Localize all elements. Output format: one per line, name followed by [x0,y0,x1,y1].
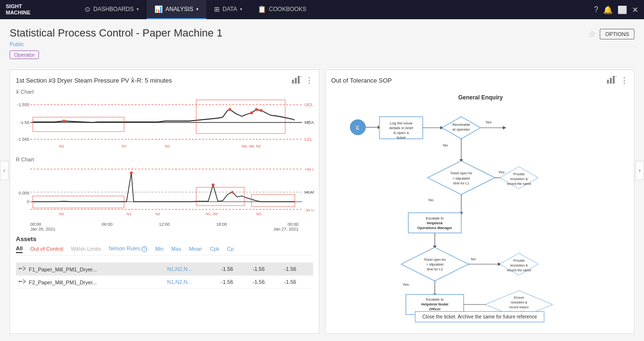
svg-text:0.005: 0.005 [18,191,29,195]
right-nav-arrow[interactable]: › [635,161,644,180]
tab-within-limits[interactable]: Within Limits [71,246,101,253]
max-cell: -1.56 [250,263,281,276]
col-name [16,258,164,263]
tab-min[interactable]: Min [155,246,164,253]
svg-text:resolution &: resolution & [510,264,528,267]
nav-item-data[interactable]: ⊞ DATA ▾ [206,0,250,19]
svg-text:N2: N2 [59,212,64,216]
svg-text:Log the issue: Log the issue [390,121,413,125]
right-panel-chart-icon[interactable]: + [607,76,617,85]
svg-text:LCL: LCL [304,137,313,142]
svg-point-17 [255,108,258,111]
right-panel-actions: + ⋮ [607,76,628,85]
nav-item-analysis[interactable]: 📊 ANALYSIS ▾ [147,0,206,19]
min-cell: -1.56 [218,263,250,276]
svg-text:at operator: at operator [452,127,470,132]
table-row[interactable]: F1_Paper_Mill_PM1_Dryer... N1,N2,N... -1… [16,263,313,276]
star-button[interactable]: ☆ [588,29,596,39]
col-mean [281,258,313,263]
logo: SIGHT MACHINE [0,0,77,19]
nav-item-dashboards[interactable]: ⊙ DASHBOARDS ▾ [77,0,147,19]
svg-point-18 [260,109,263,112]
dashboards-chevron-icon: ▾ [137,7,139,12]
page-content: Statistical Process Control - Paper Mach… [0,19,644,341]
tab-cp[interactable]: Cp [227,246,234,253]
x-axis-start: 00:00 Jan 26, 2021 [30,222,55,231]
tab-out-of-control[interactable]: Out of Control [30,246,63,253]
svg-text:ticket: ticket [396,135,405,140]
page-header: Statistical Process Control - Paper Mach… [10,27,634,65]
col-nelson [164,258,218,263]
nav-right-actions: ? 🔔 ⬜ ✕ [588,5,644,14]
nelson-rules-cell: N1,N2,N... [164,263,218,276]
col-max [250,258,281,263]
help-icon[interactable]: ? [594,5,598,14]
notification-icon[interactable]: 🔔 [603,5,613,14]
left-chevron-icon: ‹ [3,167,5,174]
close-icon[interactable]: ✕ [632,5,638,14]
svg-text:N2: N2 [165,144,170,148]
svg-text:time for L2: time for L2 [427,268,442,271]
svg-text:Yes: Yes [498,170,505,174]
asset-sensor-icon [19,266,27,271]
x-axis-labels: 00:00 Jan 26, 2021 06:00 12:00 18:00 00:… [16,222,313,231]
data-chevron-icon: ▾ [240,7,242,12]
page-title: Statistical Process Control - Paper Mach… [10,27,223,39]
main-content: 1st Section #3 Dryer Steam Pressure PV x… [10,70,634,334]
page-header-left: Statistical Process Control - Paper Mach… [10,27,223,65]
nav-items: ⊙ DASHBOARDS ▾ 📊 ANALYSIS ▾ ⊞ DATA ▾ 📋 C… [77,0,588,19]
dashboards-icon: ⊙ [85,5,90,13]
left-panel-title: 1st Section #3 Dryer Steam Pressure PV x… [16,77,172,84]
svg-text:details in brief: details in brief [389,126,413,130]
left-panel-more-icon[interactable]: ⋮ [305,76,313,85]
analysis-chevron-icon: ▾ [196,7,199,12]
svg-text:Helpdesk: Helpdesk [427,221,443,225]
svg-text:+: + [300,76,302,79]
svg-point-37 [231,191,234,194]
logo-text: SIGHT MACHINE [6,3,30,16]
tab-max[interactable]: Max [171,246,181,253]
right-chevron-icon: › [639,167,641,174]
svg-text:No: No [471,257,476,261]
left-nav-arrow[interactable]: ‹ [0,161,9,180]
svg-text:resolution &: resolution & [510,301,527,304]
x-axis-12: 12:00 [159,222,170,231]
xchart-label: x̄ Chart [16,89,313,95]
page-header-right: ☆ OPTIONS [588,27,634,39]
options-button[interactable]: OPTIONS [600,29,634,39]
svg-rect-1 [295,78,297,84]
asset-sensor-icon-2 [19,279,27,284]
max-cell-2: -1.56 [250,276,281,289]
mean-cell-2: -1.56 [281,276,313,289]
nelson-rules-cell-2: N1,N2,N... [164,276,218,289]
svg-text:Ticket open for: Ticket open for [423,258,446,262]
svg-text:UCL: UCL [304,102,313,107]
col-min [218,258,250,263]
right-panel-header: Out of Tolerance SOP + ⋮ [331,76,629,85]
svg-text:Ticket open for: Ticket open for [450,171,472,175]
min-cell-2: -1.56 [218,276,250,289]
svg-text:record the same: record the same [506,268,531,272]
tab-all[interactable]: All [16,245,23,253]
assets-title: Assets [16,235,313,243]
table-row[interactable]: F2_Paper_Mill_PM1_Dryer... N1,N2,N... -1… [16,276,313,289]
svg-text:Officer: Officer [429,307,440,311]
svg-text:+3σ UCL: +3σ UCL [304,167,314,171]
svg-text:Escalate  to: Escalate to [426,297,443,302]
tab-cpk[interactable]: Cpk [210,246,219,253]
left-panel-chart-icon[interactable]: + [292,76,302,85]
svg-text:No: No [429,198,434,202]
expand-icon[interactable]: ⬜ [618,5,627,14]
svg-text:E: E [356,125,359,131]
tab-mean[interactable]: Mean [189,246,202,253]
left-panel-header: 1st Section #3 Dryer Steam Pressure PV x… [16,76,313,85]
svg-text:resolution &: resolution & [510,177,528,181]
top-navigation: SIGHT MACHINE ⊙ DASHBOARDS ▾ 📊 ANALYSIS … [0,0,644,19]
nav-item-cookbooks[interactable]: 📋 COOKBOOKS [250,0,314,19]
right-panel-more-icon[interactable]: ⋮ [620,76,628,85]
svg-text:Operations Manager: Operations Manager [417,226,452,230]
sop-svg: General Enquiry E Log the issue details … [331,89,630,324]
svg-text:N6, N8, N2: N6, N8, N2 [242,144,261,148]
tab-nelson-rules[interactable]: Nelson Rules ⓘ [109,245,147,253]
svg-text:record the same: record the same [506,182,531,185]
